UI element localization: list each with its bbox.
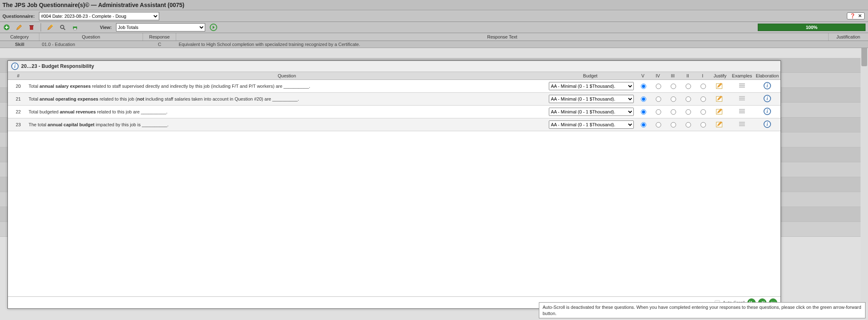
row-question: The total annual capital budget impacted… [29,122,545,127]
row-question: Total budgeted annual revenues related t… [29,109,545,114]
budget-select[interactable]: AA - Minimal (0 - 1 $Thousand). [549,108,634,116]
radio-input-iii[interactable] [671,122,676,128]
svg-rect-25 [739,111,745,112]
radio-input-i[interactable] [701,96,706,102]
view-select[interactable]: Job Totals [116,23,205,31]
app-title: The JPS Job Questionnaire(s)© — Administ… [0,0,868,10]
radio-input-iv[interactable] [656,122,661,128]
budget-select[interactable]: AA - Minimal (0 - 1 $Thousand). [549,82,634,90]
help-close-box: ❓ ✕ [847,12,865,19]
row-question: Total annual salary expenses related to … [29,84,545,89]
justify-button[interactable] [710,121,730,128]
delete-icon[interactable] [27,23,36,31]
radio-i [695,108,710,115]
examples-button[interactable] [730,96,754,102]
table-row: 22Total budgeted annual revenues related… [8,106,781,118]
progress-text: 100% [806,25,817,30]
th-v: V [635,72,650,79]
th-iv: IV [650,72,665,79]
radio-input-iii[interactable] [671,84,676,89]
question-panel: i 20…23 - Budget Responsibility # Questi… [7,60,781,309]
radio-input-ii[interactable] [686,96,691,102]
radio-ii [680,95,695,103]
questionnaire-select[interactable]: #004 Date: 2023-08-23 - Complete - Doug [39,12,159,20]
svg-rect-26 [739,112,745,113]
svg-rect-6 [74,25,76,26]
budget-select[interactable]: AA - Minimal (0 - 1 $Thousand). [549,95,634,103]
radio-input-v[interactable] [641,84,646,89]
svg-rect-18 [739,96,745,97]
go-icon[interactable] [209,23,218,31]
justify-button[interactable] [710,95,730,103]
radio-input-i[interactable] [701,84,706,89]
radio-input-iii[interactable] [671,109,676,115]
th-budget: Budget [545,72,635,79]
radio-input-iv[interactable] [656,84,661,89]
svg-rect-13 [739,85,745,86]
questionnaire-bar: Questionnaire: #004 Date: 2023-08-23 - C… [0,10,868,22]
th-justify: Justify [710,72,730,79]
examples-button[interactable] [730,121,754,128]
row-budget: AA - Minimal (0 - 1 $Thousand). [545,120,635,129]
search-icon[interactable] [58,23,67,31]
svg-rect-31 [739,123,745,125]
elaboration-button[interactable]: i [754,95,781,103]
help-icon[interactable]: ❓ [850,13,856,19]
svg-rect-19 [739,98,745,99]
radio-input-v[interactable] [641,122,646,128]
col-question[interactable]: Question [39,33,143,41]
radio-ii [680,121,695,128]
justify-button[interactable] [710,82,730,90]
print-icon[interactable] [71,23,79,31]
elaboration-button[interactable]: i [754,82,781,90]
th-num: # [8,72,29,79]
justify-button[interactable] [710,108,730,115]
page-scrollbar[interactable] [861,41,868,303]
radio-v [635,108,650,115]
edit-icon[interactable] [15,23,23,31]
radio-input-i[interactable] [701,122,706,128]
table-row: 20Total annual salary expenses related t… [8,80,781,93]
radio-input-v[interactable] [641,96,646,102]
row-question: Total annual operating expenses related … [29,96,545,101]
radio-input-iv[interactable] [656,109,661,115]
row-num: 23 [8,122,29,127]
budget-select[interactable]: AA - Minimal (0 - 1 $Thousand). [549,120,634,129]
questionnaire-label: Questionnaire: [2,14,35,19]
col-category[interactable]: Category [0,33,39,41]
radio-input-v[interactable] [641,109,646,115]
toolbar: View: Job Totals 100% [0,22,868,33]
examples-button[interactable] [730,83,754,89]
radio-iv [650,95,665,103]
radio-iii [665,108,680,115]
radio-input-i[interactable] [701,109,706,115]
radio-input-ii[interactable] [686,122,691,128]
col-justification[interactable]: Justification [829,33,868,41]
svg-rect-32 [739,125,745,126]
info-icon[interactable]: i [11,63,19,70]
radio-input-iii[interactable] [671,96,676,102]
radio-input-ii[interactable] [686,84,691,89]
close-icon[interactable]: ✕ [858,13,862,19]
radio-input-iv[interactable] [656,96,661,102]
row-budget: AA - Minimal (0 - 1 $Thousand). [545,95,635,103]
toolbar-separator [41,23,41,31]
radio-iii [665,95,680,103]
radio-i [695,82,710,90]
elaboration-button[interactable]: i [754,120,781,129]
col-responsetext[interactable]: Response Text [176,33,829,41]
peek-justification [829,41,868,48]
radio-input-ii[interactable] [686,109,691,115]
radio-v [635,121,650,128]
examples-button[interactable] [730,108,754,115]
add-icon[interactable] [2,23,11,31]
elaboration-button[interactable]: i [754,108,781,116]
row-budget: AA - Minimal (0 - 1 $Thousand). [545,82,635,90]
th-i: I [695,72,710,79]
wizard-icon[interactable] [46,23,54,31]
col-response[interactable]: Response [143,33,176,41]
radio-iii [665,82,680,90]
row-budget: AA - Minimal (0 - 1 $Thousand). [545,108,635,116]
row-num: 22 [8,109,29,114]
th-question: Question [29,72,545,79]
